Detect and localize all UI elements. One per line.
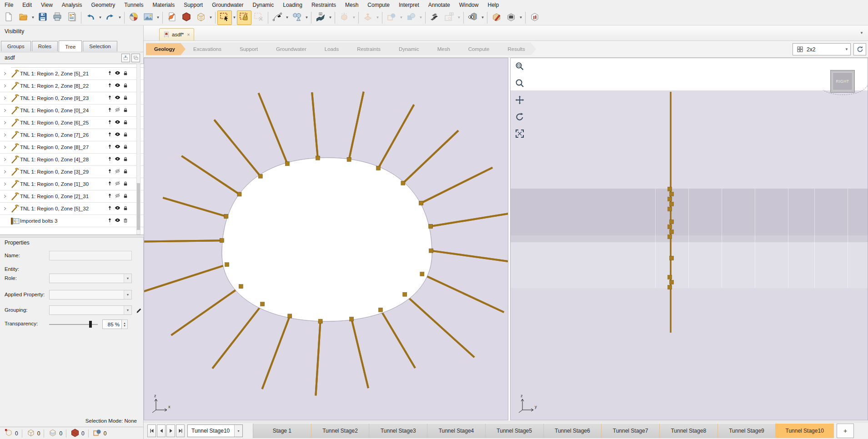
rotate-button[interactable] xyxy=(513,110,527,124)
tree-row[interactable]: TNL 1: Region 2, Zone [8]_22 xyxy=(0,80,144,92)
primitive-shapes-dropdown[interactable]: ▼ xyxy=(304,11,309,25)
expand-all-button[interactable] xyxy=(121,54,130,62)
tree-row[interactable]: TNL 1: Region 0, Zone [8]_27 xyxy=(0,141,144,154)
stage-select[interactable]: Tunnel Stage10 ▼ xyxy=(187,424,243,437)
menu-geometry[interactable]: Geometry xyxy=(87,0,120,10)
name-input[interactable] xyxy=(49,251,132,260)
move-up-icon[interactable] xyxy=(107,168,112,175)
move-up-icon[interactable] xyxy=(107,95,112,102)
stage-tab[interactable]: Tunnel Stage4 xyxy=(427,424,486,438)
lock-icon[interactable] xyxy=(123,144,128,151)
report-button[interactable] xyxy=(65,10,79,25)
menu-groundwater[interactable]: Groundwater xyxy=(207,0,248,10)
move-up-icon[interactable] xyxy=(107,205,112,212)
lock-icon[interactable] xyxy=(123,70,128,78)
workflow-tab-excavations[interactable]: Excavations xyxy=(181,43,232,55)
open-file-dropdown[interactable]: ▼ xyxy=(30,11,35,25)
workflow-tab-support[interactable]: Support xyxy=(227,43,269,55)
visible-eye-icon[interactable] xyxy=(114,82,121,90)
tab-roles[interactable]: Roles xyxy=(32,41,58,51)
transparency-spinner[interactable]: ▲▼ xyxy=(122,319,128,329)
tree-row[interactable]: TNL 1: Region 0, Zone [5]_32 xyxy=(0,203,144,215)
mesh-box-dropdown[interactable]: ▼ xyxy=(208,11,213,25)
menu-mesh[interactable]: Mesh xyxy=(341,0,363,10)
tree-row[interactable]: TNL 1: Region 0, Zone [0]_24 xyxy=(0,105,144,117)
stage-tab[interactable]: Tunnel Stage10 xyxy=(776,424,834,438)
tree-row[interactable]: TNL 1: Region 2, Zone [5]_21 xyxy=(0,68,144,80)
workflow-tab-compute[interactable]: Compute xyxy=(456,43,501,55)
material-hex-button[interactable] xyxy=(179,10,194,25)
measure-tool-button[interactable] xyxy=(504,10,518,25)
expand-chevron-icon[interactable] xyxy=(0,182,10,186)
move-up-icon[interactable] xyxy=(107,82,112,90)
visible-eye-icon[interactable] xyxy=(114,205,121,212)
hidden-eye-icon[interactable] xyxy=(114,180,121,188)
appliedproperty-select[interactable]: ▼ xyxy=(49,290,132,299)
expand-chevron-icon[interactable] xyxy=(0,157,10,162)
tree-row[interactable]: TNL 1: Region 0, Zone [1]_30 xyxy=(0,178,144,190)
menu-compute[interactable]: Compute xyxy=(363,0,394,10)
hidden-eye-icon[interactable] xyxy=(114,193,121,200)
tree-row[interactable]: TNL 1: Region 0, Zone [6]_25 xyxy=(0,117,144,129)
lock-icon[interactable] xyxy=(123,180,128,188)
menu-materials[interactable]: Materials xyxy=(148,0,179,10)
edit-grouping-button[interactable] xyxy=(135,306,143,314)
visible-eye-icon[interactable] xyxy=(114,119,121,126)
menu-interpret[interactable]: Interpret xyxy=(394,0,424,10)
expand-chevron-icon[interactable] xyxy=(0,206,10,211)
close-tab-icon[interactable]: × xyxy=(187,32,190,37)
tree-row[interactable]: Imported bolts 3 xyxy=(0,215,144,227)
stage-tab[interactable]: Tunnel Stage3 xyxy=(369,424,427,438)
role-select[interactable]: ▼ xyxy=(49,274,132,283)
lock-icon[interactable] xyxy=(123,156,128,164)
lock-icon[interactable] xyxy=(123,168,128,176)
select-window-dropdown[interactable]: ▼ xyxy=(232,11,237,25)
lock-icon[interactable] xyxy=(123,95,128,102)
expand-chevron-icon[interactable] xyxy=(0,108,10,113)
tools-page-button[interactable] xyxy=(165,10,179,25)
new-file-button[interactable] xyxy=(1,10,16,25)
visible-eye-icon[interactable] xyxy=(114,217,121,224)
surface-tool-dropdown[interactable]: ▼ xyxy=(328,11,333,25)
move-up-icon[interactable] xyxy=(107,156,112,163)
mesh-box-button[interactable] xyxy=(194,10,208,25)
open-file-button[interactable] xyxy=(16,10,30,25)
visible-eye-icon[interactable] xyxy=(114,70,121,77)
image-dropdown[interactable]: ▼ xyxy=(156,11,161,25)
visibility-tool-dropdown[interactable]: ▼ xyxy=(480,11,485,25)
stage-tab[interactable]: Tunnel Stage5 xyxy=(486,424,544,438)
section-tool-button[interactable] xyxy=(527,10,542,25)
tab-tree[interactable]: Tree xyxy=(59,40,82,52)
menu-file[interactable]: File xyxy=(0,0,18,10)
tab-overflow-icon[interactable]: ▼ xyxy=(860,31,863,35)
stage-tab[interactable]: Stage 1 xyxy=(253,424,311,438)
lock-icon[interactable] xyxy=(123,193,128,200)
expand-chevron-icon[interactable] xyxy=(0,194,10,199)
workflow-tab-geology[interactable]: Geology xyxy=(146,43,186,55)
print-button[interactable] xyxy=(50,10,65,25)
tree-row[interactable]: TNL 1: Region 0, Zone [7]_26 xyxy=(0,129,144,141)
redo-button[interactable] xyxy=(103,10,117,25)
delete-icon[interactable] xyxy=(123,217,128,225)
refresh-views-button[interactable] xyxy=(853,43,866,55)
menu-loading[interactable]: Loading xyxy=(278,0,307,10)
last-stage-button[interactable] xyxy=(176,424,185,437)
move-up-icon[interactable] xyxy=(107,180,112,188)
hidden-eye-icon[interactable] xyxy=(114,168,121,175)
workflow-tab-restraints[interactable]: Restraints xyxy=(344,43,391,55)
menu-tunnels[interactable]: Tunnels xyxy=(120,0,148,10)
tree-row[interactable]: TNL 1: Region 0, Zone [3]_29 xyxy=(0,166,144,178)
curve-tool-dropdown[interactable]: ▼ xyxy=(285,11,290,25)
slice-tool-button[interactable] xyxy=(427,10,442,25)
menu-dynamic[interactable]: Dynamic xyxy=(248,0,279,10)
edit-tool-button[interactable] xyxy=(489,10,504,25)
tab-groups[interactable]: Groups xyxy=(1,41,31,51)
workflow-tab-mesh[interactable]: Mesh xyxy=(425,43,461,55)
lock-icon[interactable] xyxy=(123,119,128,127)
stage-tab[interactable]: Tunnel Stage7 xyxy=(602,424,660,438)
move-up-icon[interactable] xyxy=(107,217,112,224)
transparency-value[interactable]: 85 % xyxy=(102,319,122,329)
image-button[interactable] xyxy=(141,10,156,25)
stage-tab[interactable]: Tunnel Stage9 xyxy=(718,424,776,438)
tab-selection[interactable]: Selection xyxy=(83,41,117,51)
